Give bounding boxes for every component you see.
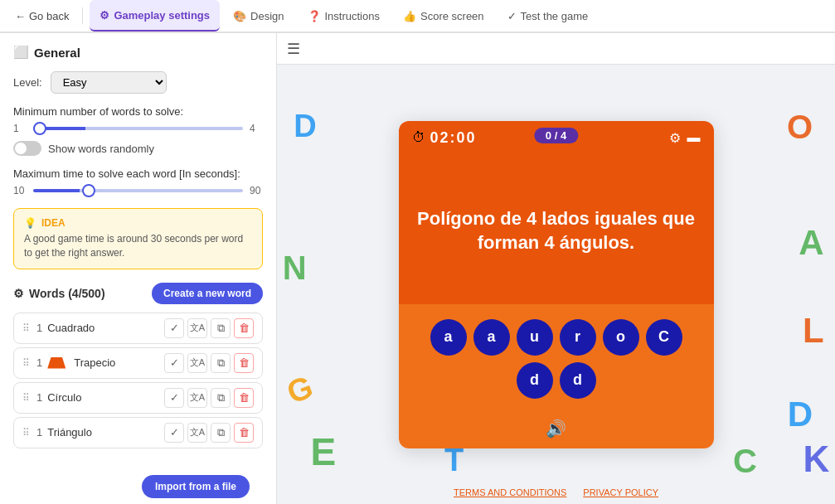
check-icon: ✓ (507, 10, 517, 22)
tab-test-label: Test the game (521, 10, 589, 22)
translate-word-icon[interactable]: 文A (187, 423, 207, 443)
min-words-slider[interactable] (33, 127, 243, 130)
back-button[interactable]: ← Go back (8, 7, 75, 26)
copy-word-icon[interactable]: ⧉ (211, 318, 231, 338)
game-card-body: Polígono de 4 lados iguales que forman 4… (399, 155, 714, 304)
palette-icon: 🎨 (233, 10, 246, 22)
back-label: Go back (29, 10, 69, 22)
footer-links: TERMS AND CONDITIONS PRIVACY POLICY (454, 487, 658, 497)
letter-o[interactable]: o (603, 319, 639, 356)
float-letter-A: A (799, 223, 823, 263)
import-button[interactable]: Import from a file (142, 475, 250, 498)
level-select[interactable]: Easy Medium Hard (51, 71, 167, 94)
word-number: 1 (36, 391, 42, 404)
check-word-icon[interactable]: ✓ (164, 388, 184, 408)
drag-handle-icon[interactable]: ⠿ (22, 427, 30, 439)
letter-d1[interactable]: d (517, 362, 553, 399)
check-word-icon[interactable]: ✓ (164, 353, 184, 373)
float-letter-D1: D (294, 109, 316, 144)
float-letter-E: E (310, 429, 336, 474)
drag-handle-icon[interactable]: ⠿ (22, 357, 30, 369)
words-gear-icon: ⚙ (13, 287, 24, 300)
tab-gameplay[interactable]: ⚙ Gameplay settings (90, 0, 220, 32)
letter-r[interactable]: r (560, 319, 596, 356)
general-icon: ⬜ (13, 45, 29, 60)
show-random-row: Show words randomly (13, 141, 263, 156)
delete-word-icon[interactable]: 🗑 (234, 353, 254, 373)
copy-word-icon[interactable]: ⧉ (211, 353, 231, 373)
game-card-letters: a a u r o C d d (399, 304, 714, 414)
letter-a2[interactable]: a (473, 319, 510, 356)
word-name-cuadrado: Cuadrado (47, 322, 159, 334)
check-word-icon[interactable]: ✓ (164, 318, 184, 338)
letter-d2[interactable]: d (560, 362, 596, 399)
tab-score[interactable]: 👍 Score screen (393, 0, 494, 32)
translate-word-icon[interactable]: 文A (187, 388, 207, 408)
float-letter-G: G (283, 369, 318, 411)
left-panel: ⬜ General Level: Easy Medium Hard Minimu… (0, 33, 277, 504)
settings-icon[interactable]: ⚙ (669, 130, 681, 146)
delete-word-icon[interactable]: 🗑 (234, 318, 254, 338)
word-list: ⠿ 1 Cuadrado ✓ 文A ⧉ 🗑 ⠿ 1 Trapecio (13, 313, 263, 448)
copy-word-icon[interactable]: ⧉ (211, 423, 231, 443)
words-title-text: Words (4/500) (29, 287, 105, 300)
max-time-label: Maximum time to solve each word [In seco… (13, 167, 263, 180)
drag-handle-icon[interactable]: ⠿ (22, 392, 30, 404)
drag-handle-icon[interactable]: ⠿ (22, 322, 30, 334)
copy-word-icon[interactable]: ⧉ (211, 388, 231, 408)
word-actions: ✓ 文A ⧉ 🗑 (164, 388, 254, 408)
preview-area: D N G E T O A L D K C ⏱ 02:00 0 / 4 (277, 65, 835, 504)
float-letter-K: K (803, 439, 830, 480)
right-panel: ☰ D N G E T O A L D K C ⏱ 02:00 (277, 33, 835, 504)
max-time-max-val: 90 (250, 185, 263, 196)
hamburger-icon[interactable]: ☰ (287, 40, 300, 58)
min-words-min-val: 1 (13, 123, 27, 134)
word-name-circulo: Círculo (47, 391, 159, 404)
min-words-max-val: 4 (250, 123, 263, 134)
timer-display: 02:00 (430, 129, 477, 147)
min-words-slider-row: 1 4 (13, 123, 263, 134)
privacy-link[interactable]: PRIVACY POLICY (583, 487, 658, 497)
tab-gameplay-label: Gameplay settings (114, 9, 210, 22)
float-letter-C2: C (733, 443, 757, 480)
tab-test[interactable]: ✓ Test the game (498, 0, 599, 32)
show-random-toggle[interactable] (13, 141, 41, 156)
progress-badge: 0 / 4 (534, 128, 578, 143)
delete-word-icon[interactable]: 🗑 (234, 423, 254, 443)
word-number: 1 (36, 426, 42, 439)
float-letter-D2: D (788, 395, 813, 434)
word-actions: ✓ 文A ⧉ 🗑 (164, 423, 254, 443)
max-time-slider[interactable] (33, 189, 243, 192)
check-word-icon[interactable]: ✓ (164, 423, 184, 443)
idea-header: 💡 IDEA (24, 217, 252, 229)
back-arrow-icon: ← (15, 10, 26, 22)
tab-design[interactable]: 🎨 Design (223, 0, 294, 32)
words-header: ⚙ Words (4/500) Create a new word (13, 283, 263, 304)
speaker-icon[interactable]: 🔊 (546, 419, 566, 439)
tab-instructions[interactable]: ❓ Instructions (298, 0, 390, 32)
min-words-label: Minimum number of words to solve: (13, 105, 263, 118)
word-name-triangulo: Triángulo (47, 426, 159, 439)
letter-a1[interactable]: a (430, 319, 467, 356)
float-letter-N: N (283, 250, 307, 287)
terms-link[interactable]: TERMS AND CONDITIONS (454, 487, 566, 497)
bulb-icon: 💡 (24, 217, 36, 229)
level-row: Level: Easy Medium Hard (13, 71, 263, 94)
gear-icon: ⚙ (100, 9, 109, 22)
float-letter-O: O (787, 109, 813, 146)
question-icon: ❓ (308, 10, 321, 22)
top-nav: ← Go back ⚙ Gameplay settings 🎨 Design ❓… (0, 0, 835, 33)
word-actions: ✓ 文A ⧉ 🗑 (164, 353, 254, 373)
create-word-button[interactable]: Create a new word (152, 283, 263, 304)
letter-c-cap[interactable]: C (646, 319, 682, 356)
translate-word-icon[interactable]: 文A (187, 353, 207, 373)
letter-u[interactable]: u (517, 319, 553, 356)
level-label: Level: (13, 76, 42, 89)
idea-title: IDEA (41, 217, 66, 229)
delete-word-icon[interactable]: 🗑 (234, 388, 254, 408)
toggle-knob (15, 143, 27, 154)
float-letter-L: L (803, 311, 824, 351)
translate-word-icon[interactable]: 文A (187, 318, 207, 338)
left-panel-content: ⬜ General Level: Easy Medium Hard Minimu… (0, 33, 276, 460)
clue-text: Polígono de 4 lados iguales que forman 4… (415, 207, 697, 254)
